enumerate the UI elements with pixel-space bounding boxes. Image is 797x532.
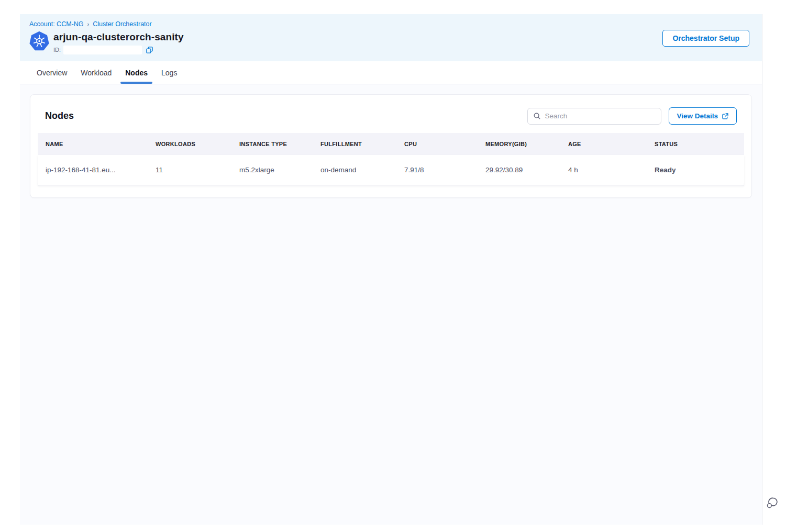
table-row[interactable]: ip-192-168-41-81.eu... 11 m5.2xlarge on-…: [38, 155, 744, 185]
copy-id-button[interactable]: [145, 45, 154, 54]
table-header-row: NAME WORKLOADS INSTANCE TYPE FULFILLMENT…: [38, 133, 744, 155]
cell-fulfillment: on-demand: [313, 155, 396, 185]
status-badge: Ready: [647, 155, 744, 185]
cluster-id-label: ID:: [53, 47, 61, 53]
orchestrator-setup-button[interactable]: Orchestrator Setup: [662, 30, 749, 47]
tab-nodes[interactable]: Nodes: [124, 61, 149, 84]
title-block: arjun-qa-clusterorch-sanity ID:: [29, 31, 750, 54]
search-icon: [533, 112, 541, 120]
cell-node-name: ip-192-168-41-81.eu...: [38, 155, 148, 185]
breadcrumb-cluster-orchestrator-link[interactable]: Cluster Orchestrator: [93, 20, 152, 28]
cell-cpu: 7.91/8: [396, 155, 478, 185]
breadcrumb-account-link[interactable]: Account: CCM-NG: [29, 20, 84, 28]
copy-icon: [146, 46, 153, 54]
cell-memory: 29.92/30.89: [478, 155, 560, 185]
cell-instance-type: m5.2xlarge: [231, 155, 313, 185]
nodes-card-title: Nodes: [45, 110, 74, 121]
view-details-button[interactable]: View Details: [669, 107, 737, 125]
column-header-instance-type: INSTANCE TYPE: [231, 133, 313, 155]
tab-workload[interactable]: Workload: [80, 61, 113, 84]
page-title: arjun-qa-clusterorch-sanity: [53, 31, 184, 43]
cluster-id-value: [63, 46, 142, 54]
column-header-name: NAME: [38, 133, 148, 155]
kubernetes-icon: [29, 31, 49, 51]
content-area: Nodes View Details: [20, 84, 762, 208]
column-header-fulfillment: FULFILLMENT: [313, 133, 396, 155]
chat-icon: [765, 495, 780, 510]
tab-bar: Overview Workload Nodes Logs: [20, 61, 762, 84]
search-box[interactable]: [527, 108, 661, 125]
breadcrumb-separator-icon: ›: [87, 21, 90, 27]
column-header-memory: MEMORY(GIB): [478, 133, 560, 155]
column-header-workloads: WORKLOADS: [148, 133, 231, 155]
column-header-age: AGE: [560, 133, 647, 155]
chat-launcher-button[interactable]: [765, 495, 781, 511]
cell-workloads: 11: [148, 155, 231, 185]
breadcrumb: Account: CCM-NG › Cluster Orchestrator: [29, 20, 750, 28]
nodes-table: NAME WORKLOADS INSTANCE TYPE FULFILLMENT…: [38, 133, 744, 186]
external-link-icon: [722, 113, 729, 120]
nodes-card: Nodes View Details: [30, 94, 752, 198]
tab-overview[interactable]: Overview: [36, 61, 68, 84]
search-input[interactable]: [545, 112, 656, 120]
column-header-cpu: CPU: [396, 133, 478, 155]
view-details-label: View Details: [677, 112, 718, 120]
tab-logs[interactable]: Logs: [160, 61, 178, 84]
column-header-status: STATUS: [647, 133, 744, 155]
cell-age: 4 h: [560, 155, 647, 185]
app-frame: Account: CCM-NG › Cluster Orchestrator: [20, 14, 762, 525]
page-header: Account: CCM-NG › Cluster Orchestrator: [20, 14, 762, 61]
